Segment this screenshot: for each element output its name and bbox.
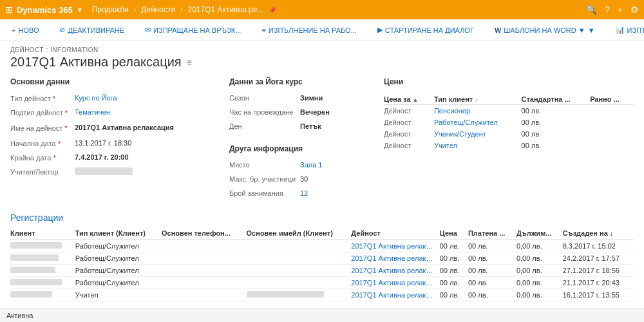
col-activity[interactable]: Дейност: [351, 227, 439, 240]
start-dialog-button[interactable]: ▶ СТАРТИРАНЕ НА ДИАЛОГ: [372, 23, 479, 37]
reg-row: Работещ/Служител 2017Q1 Активна релаксац…: [10, 252, 634, 265]
client-type-header[interactable]: Тип клиент ↑: [434, 94, 522, 105]
reg-type-5: Учител: [75, 289, 162, 301]
app-title: Dynamics 365: [17, 5, 73, 15]
place-field: Място Зала 1: [229, 161, 384, 173]
reg-type-2: Работещ/Служител: [75, 252, 162, 265]
page-title-row: 2017Q1 Активна релаксация ≡: [0, 55, 644, 75]
menu-icon[interactable]: ≡: [187, 57, 192, 68]
max-participants-label: Макс. бр. участници: [229, 175, 300, 187]
price-type-1: Дейност: [384, 105, 434, 117]
price-client-4[interactable]: Учител: [434, 140, 522, 151]
start-date-value: 13.1.2017 г. 18:30: [75, 139, 131, 151]
reg-type-1: Работещ/Служител: [75, 240, 162, 252]
reg-due-4: 0,00 лв.: [516, 277, 563, 289]
price-client-1[interactable]: Пенсионер: [434, 105, 522, 117]
sessions-label: Брой занимания: [229, 189, 300, 201]
app-chevron[interactable]: ▼: [77, 6, 83, 14]
run-report-button[interactable]: 📊 ИЗПЪЛНЕНИЕ НА ОТЧЕТ ▼ ▼: [611, 23, 644, 37]
end-date-value: 7.4.2017 г. 20:00: [75, 153, 129, 165]
new-button[interactable]: + НОВО: [6, 24, 44, 37]
grid-icon[interactable]: ⊞: [5, 5, 13, 15]
add-icon[interactable]: +: [618, 5, 623, 15]
yoga-info-section: Данни за Йога курс Сезон Зимни Час на пр…: [229, 77, 384, 204]
col-email[interactable]: Основен имейл (Клиент): [247, 227, 352, 240]
day-label: Ден: [229, 122, 300, 134]
reg-activity-3[interactable]: 2017Q1 Активна релаксация 1: [351, 265, 439, 277]
col-client[interactable]: Клиент: [10, 227, 75, 240]
price-row: Дейност Ученик/Студент 00 лв.: [384, 128, 634, 140]
activity-name-value: 2017Q1 Активна релаксация: [75, 124, 174, 135]
season-label: Сезон: [229, 94, 300, 106]
activity-name-field: Име на дейност 2017Q1 Активна релаксация: [10, 124, 229, 135]
reg-price-5: 00 лв.: [440, 289, 468, 301]
deactivate-button[interactable]: ⊘ ДЕАКТИВИРАНЕ: [54, 23, 129, 37]
reg-activity-2[interactable]: 2017Q1 Активна релаксация 1: [351, 252, 439, 265]
reg-email-4: [247, 277, 352, 289]
dialog-icon: ▶: [377, 26, 383, 34]
place-label: Място: [229, 161, 300, 173]
price-type-4: Дейност: [384, 140, 434, 151]
reg-price-2: 00 лв.: [440, 252, 468, 265]
start-date-field: Начална дата 13.1.2017 г. 18:30: [10, 139, 229, 151]
reg-paid-1: 00 лв.: [468, 240, 516, 252]
basic-data-section: Основни данни Тип дейност Курс по Йога П…: [10, 77, 229, 204]
nav-activities[interactable]: Дейности: [141, 5, 175, 14]
run-workflow-button[interactable]: ≡ ИЗПЪЛНЕНИЕ НА РАБО...: [256, 24, 361, 37]
activity-type-value[interactable]: Курс по Йога: [75, 94, 117, 106]
sessions-value[interactable]: 12: [300, 189, 308, 201]
top-navigation-bar: ⊞ Dynamics 365 ▼ Продажби › Дейности › 2…: [0, 0, 644, 19]
end-date-field: Крайна дата 7.4.2017 г. 20:00: [10, 153, 229, 165]
deactivate-icon: ⊘: [59, 26, 65, 34]
price-client-2[interactable]: Работещ/Служител: [434, 117, 522, 128]
reg-type-4: Работещ/Служител: [75, 277, 162, 289]
col-phone[interactable]: Основен телефон...: [162, 227, 247, 240]
reg-row: Работещ/Служител 2017Q1 Активна релаксац…: [10, 240, 634, 252]
reg-row: Учител 2017Q1 Активна релаксация 1 00 лв…: [10, 289, 634, 301]
price-client-3[interactable]: Ученик/Студент: [434, 128, 522, 140]
price-row: Дейност Работещ/Служител 00 лв.: [384, 117, 634, 128]
col-due[interactable]: Дължим...: [516, 227, 563, 240]
reg-created-5: 16.1.2017 г. 13:55: [563, 289, 634, 301]
col-client-type[interactable]: Тип клиент (Клиент): [75, 227, 162, 240]
activity-type-field: Тип дейност Курс по Йога: [10, 94, 229, 106]
send-link-button[interactable]: ✉ ИЗПРАЩАНЕ НА ВРЪЗК...: [140, 23, 246, 37]
standard-header[interactable]: Стандартна ...: [522, 94, 591, 105]
settings-icon[interactable]: ⚙: [630, 5, 639, 15]
col-price[interactable]: Цена: [440, 227, 468, 240]
reg-phone-3: [162, 265, 247, 277]
price-early-2: [590, 117, 634, 128]
place-value[interactable]: Зала 1: [300, 161, 322, 173]
help-icon[interactable]: ?: [605, 5, 610, 15]
activity-subtype-value[interactable]: Тематичен: [75, 108, 110, 120]
reg-due-2: 0,00 лв.: [516, 252, 563, 265]
early-header[interactable]: Ранно ...: [590, 94, 634, 105]
reg-price-1: 00 лв.: [440, 240, 468, 252]
reg-email-2: [247, 252, 352, 265]
price-std-2: 00 лв.: [522, 117, 591, 128]
col-paid[interactable]: Платена ...: [468, 227, 516, 240]
price-early-4: [590, 140, 634, 151]
teacher-label: Учител/Лектор: [10, 167, 75, 179]
reg-activity-4[interactable]: 2017Q1 Активна релаксация 1: [351, 277, 439, 289]
reg-phone-2: [162, 252, 247, 265]
activity-type-label: Тип дейност: [10, 94, 75, 106]
reg-email-3: [247, 265, 352, 277]
price-std-1: 00 лв.: [522, 105, 591, 117]
teacher-field: Учител/Лектор: [10, 167, 229, 179]
registrations-section: Регистрации Клиент Тип клиент (Клиент) О…: [0, 206, 644, 301]
nav-current: 2017Q1 Активна ре...: [187, 5, 263, 14]
reg-row: Работещ/Служител 2017Q1 Активна релаксац…: [10, 265, 634, 277]
col-created[interactable]: Създаден на ↓: [563, 227, 634, 240]
search-icon[interactable]: 🔍: [586, 5, 597, 15]
nav-sales[interactable]: Продажби: [92, 5, 129, 14]
reg-email-1: [247, 240, 352, 252]
reg-activity-1[interactable]: 2017Q1 Активна релаксация 1: [351, 240, 439, 252]
word-templates-button[interactable]: W ШАБЛОНИ НА WORD ▼ ▼: [489, 24, 600, 37]
price-for-header[interactable]: Цена за ▲: [384, 94, 434, 105]
nav-pin[interactable]: 📌: [269, 6, 276, 14]
max-participants-field: Макс. бр. участници 30: [229, 175, 384, 187]
workflow-icon: ≡: [261, 26, 265, 34]
time-label: Час на провеждане: [229, 108, 300, 120]
reg-activity-5[interactable]: 2017Q1 Активна релаксация 1: [351, 289, 439, 301]
